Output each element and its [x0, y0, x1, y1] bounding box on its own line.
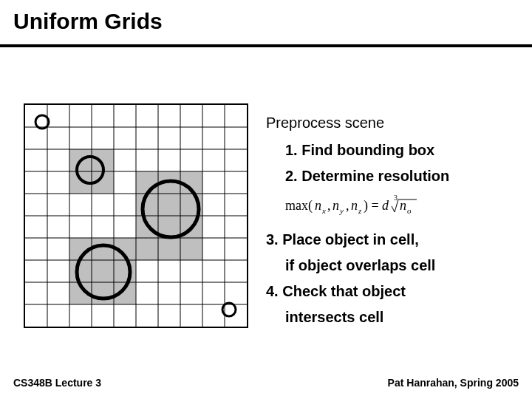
- svg-rect-23: [92, 282, 114, 304]
- uniform-grid-diagram: [24, 103, 248, 328]
- svg-rect-19: [69, 260, 92, 282]
- step-2: 2. Determine resolution: [266, 168, 517, 185]
- svg-text:n: n: [332, 198, 339, 213]
- svg-text:o: o: [407, 206, 412, 215]
- resolution-formula: max( n x , n y , n z ) = d 3 n o: [266, 194, 517, 221]
- svg-text:z: z: [358, 206, 362, 215]
- step-1: 1. Find bounding box: [266, 142, 517, 159]
- svg-rect-8: [158, 194, 180, 216]
- svg-text:max(: max(: [285, 198, 313, 214]
- step-4-cont: intersects cell: [266, 309, 517, 326]
- svg-text:y: y: [339, 206, 344, 215]
- step-4: 4. Check that object: [266, 283, 517, 300]
- svg-point-44: [35, 115, 49, 129]
- step-3: 3. Place object in cell,: [266, 231, 517, 248]
- page-title: Uniform Grids: [13, 9, 163, 34]
- content-block: Preprocess scene 1. Find bounding box 2.…: [266, 115, 517, 335]
- svg-rect-15: [180, 238, 202, 260]
- svg-text:n: n: [351, 198, 358, 213]
- svg-rect-20: [92, 260, 114, 282]
- svg-rect-17: [92, 238, 114, 260]
- svg-text:n: n: [315, 198, 321, 213]
- svg-rect-13: [136, 238, 158, 260]
- footer-right: Pat Hanrahan, Spring 2005: [388, 377, 519, 389]
- step-3-cont: if object overlaps cell: [266, 257, 517, 274]
- svg-rect-21: [114, 260, 136, 282]
- svg-text:3: 3: [394, 194, 398, 202]
- svg-text:,: ,: [327, 198, 331, 213]
- svg-text:d: d: [382, 198, 389, 213]
- svg-text:,: ,: [346, 198, 349, 213]
- svg-rect-14: [158, 238, 180, 260]
- svg-rect-4: [136, 171, 158, 194]
- horizontal-rule: [0, 44, 532, 47]
- footer-left: CS348B Lecture 3: [13, 377, 101, 389]
- svg-text:n: n: [400, 198, 406, 213]
- svg-text:) =: ) =: [364, 198, 379, 214]
- svg-text:x: x: [321, 206, 326, 215]
- subheading: Preprocess scene: [266, 115, 517, 132]
